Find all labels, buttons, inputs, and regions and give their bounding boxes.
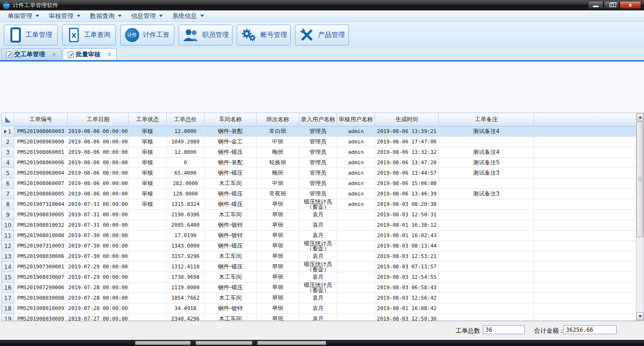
work-order-manage-button[interactable]: 工单管理 [4,25,58,45]
cell-workshop[interactable]: 钢件-锻压 [205,189,257,199]
cell-created-at[interactable]: 2019-08-06 17:47:06 [375,137,439,147]
cell-shift[interactable]: 早班 [257,251,299,262]
cell-order-no[interactable]: PMS201908030005 [14,210,68,220]
cell-status[interactable] [129,303,167,314]
cell-created-at[interactable]: 2019-08-03 07:13:57 [375,262,439,272]
cell-shift[interactable]: 早班 [257,231,299,241]
menu-item-audit[interactable]: 审核管理 [44,10,85,22]
row-number[interactable]: 5 [2,168,14,178]
cell-creator[interactable]: 管理员 [299,137,337,147]
table-row[interactable]: 12PMS2019073100032019-07-30 00:00:001343… [2,241,636,251]
cell-workshop[interactable]: 钢件-锻压 [205,168,257,178]
cell-remark[interactable] [439,251,534,262]
cell-creator[interactable]: 锻压统计员（蓄壶） [299,199,337,210]
cell-creator[interactable]: 袁月 [299,251,337,262]
cell-created-at[interactable]: 2019-08-06 13:47:20 [375,158,439,168]
cell-shift[interactable]: 早班 [257,199,299,210]
cell-status[interactable]: 审核 [129,189,167,199]
cell-total[interactable]: 1119.0000 [167,283,205,293]
cell-remark[interactable] [439,303,534,314]
cell-workshop[interactable]: 木工车间 [205,251,257,262]
cell-created-at[interactable]: 2019-08-03 08:13:44 [375,241,439,251]
cell-order-no[interactable]: PMS201908030009 [14,314,68,320]
row-number[interactable]: 14 [2,262,14,272]
table-row[interactable]: 15PMS2019080300072019-07-29 00:00:001730… [2,272,636,283]
cell-shift[interactable]: 早班 [257,293,299,303]
vertical-scrollbar[interactable] [636,113,644,320]
cell-workshop[interactable]: 钢件-镀锌 [205,231,257,241]
table-row[interactable]: 14PMS2019073000012019-07-29 00:00:001312… [2,262,636,272]
cell-order-date[interactable]: 2019-08-06 00:00:00 [68,189,129,199]
cell-auditor[interactable]: admin [337,189,375,199]
cell-order-date[interactable]: 2019-07-28 00:00:00 [68,283,129,293]
cell-created-at[interactable]: 2019-08-06 13:32:32 [375,147,439,158]
cell-remark[interactable] [439,283,534,293]
cell-created-at[interactable]: 2019-08-01 16:02:43 [375,231,439,241]
table-row[interactable]: 13PMS2019080300062019-07-30 00:00:003157… [2,251,636,262]
cell-creator[interactable]: 管理员 [299,168,337,178]
cell-remark[interactable] [439,137,534,147]
cell-total[interactable]: 1315.8324 [167,199,205,210]
cell-created-at[interactable]: 2019-08-03 12:54:55 [375,272,439,283]
cell-order-no[interactable]: PMS201907300001 [14,262,68,272]
cell-status[interactable] [129,241,167,251]
cell-remark[interactable] [439,178,534,189]
column-header-created-at[interactable]: 生成时间 [375,113,439,126]
cell-status[interactable] [129,314,167,320]
cell-status[interactable]: 审核 [129,137,167,147]
cell-creator[interactable]: 锻压统计员（蓄壶） [299,241,337,251]
scroll-up-button[interactable] [636,113,644,121]
product-manage-button[interactable]: 产品管理 [295,25,349,45]
cell-shift[interactable]: 早班 [257,272,299,283]
cell-shift[interactable]: 早班 [257,262,299,272]
cell-order-date[interactable]: 2019-07-30 00:00:00 [68,231,129,241]
cell-creator[interactable]: 袁月 [299,314,337,320]
cell-auditor[interactable] [337,241,375,251]
cell-workshop[interactable]: 钢件-镀锌 [205,303,257,314]
row-number[interactable]: 1 [2,126,14,137]
minimize-button[interactable] [588,1,603,9]
cell-shift[interactable]: 早班 [257,314,299,320]
cell-order-no[interactable]: PMS201908060004 [14,168,68,178]
cell-workshop[interactable]: 钢件-锻压 [205,241,257,251]
cell-auditor[interactable] [337,293,375,303]
cell-status[interactable]: 审核 [129,147,167,158]
table-row[interactable]: 9PMS2019080300052019-07-31 00:00:002190.… [2,210,636,220]
cell-order-no[interactable]: PMS201908010032 [14,220,68,231]
cell-workshop[interactable]: 木工车间 [205,272,257,283]
cell-workshop[interactable]: 钢件-金工 [205,137,257,147]
row-number[interactable]: 17 [2,293,14,303]
row-number[interactable]: 2 [2,137,14,147]
cell-auditor[interactable]: admin [337,178,375,189]
cell-remark[interactable]: 测试备注4 [439,147,534,158]
row-number[interactable]: 18 [2,303,14,314]
column-header-remark[interactable]: 工单备注 [439,113,534,126]
scrollbar-thumb[interactable] [636,122,644,237]
cell-total[interactable]: 2340.4296 [167,314,205,320]
cell-order-date[interactable]: 2019-08-06 00:00:00 [68,178,129,189]
cell-auditor[interactable] [337,283,375,293]
cell-status[interactable] [129,210,167,220]
row-number[interactable]: 15 [2,272,14,283]
cell-creator[interactable]: 管理员 [299,147,337,158]
close-button[interactable]: x [619,1,641,9]
cell-creator[interactable]: 袁月 [299,293,337,303]
cell-total[interactable]: 2005.6400 [167,220,205,231]
cell-status[interactable] [129,231,167,241]
tab-close-icon[interactable]: × [107,52,112,57]
cell-total[interactable]: 1312.4110 [167,262,205,272]
cell-total[interactable]: 1854.7662 [167,293,205,303]
cell-total[interactable]: 1730.9698 [167,272,205,283]
cell-order-date[interactable]: 2019-07-31 00:00:00 [68,220,129,231]
cell-remark[interactable] [439,210,534,220]
cell-auditor[interactable]: admin [337,137,375,147]
row-number[interactable]: 8 [2,199,14,210]
table-row[interactable]: 18PMS2019080100092019-07-28 00:00:0034.4… [2,303,636,314]
cell-auditor[interactable] [337,314,375,320]
cell-status[interactable]: 审核 [129,199,167,210]
cell-workshop[interactable]: 木工车间 [205,293,257,303]
row-number[interactable]: 16 [2,283,14,293]
row-number[interactable]: 6 [2,178,14,189]
cell-order-no[interactable]: PMS201908060008 [14,137,68,147]
row-number[interactable]: 7 [2,189,14,199]
